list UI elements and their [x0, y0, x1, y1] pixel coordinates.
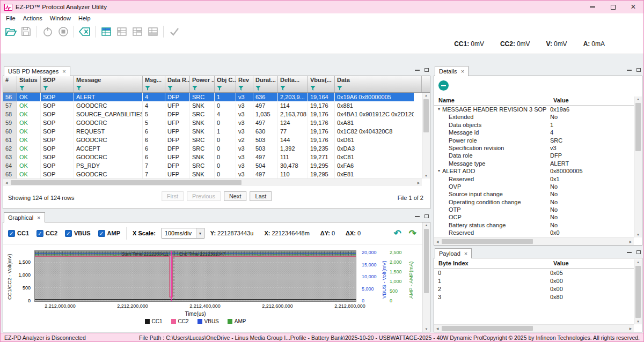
payload-vertical-scrollbar[interactable]: ▲ ▼ — [634, 259, 642, 324]
x-scale-dropdown[interactable]: 100ms/div ▼ — [162, 228, 204, 239]
menu-item-file[interactable]: File — [2, 14, 19, 22]
payload-row[interactable]: 00x05 — [434, 269, 634, 277]
scroll-down-icon[interactable]: ▼ — [634, 320, 642, 323]
page-next-button[interactable]: Next — [224, 191, 247, 201]
scroll-down-icon[interactable]: ▼ — [423, 328, 430, 331]
filter-funnel-icon[interactable] — [337, 86, 421, 92]
detail-row[interactable]: Reserved0x1 — [434, 175, 634, 183]
scrollbar-thumb[interactable] — [635, 103, 641, 151]
panel-minimize-icon[interactable] — [415, 70, 420, 71]
scroll-left-icon[interactable]: ◀ — [3, 179, 10, 186]
tab-close-icon[interactable]: × — [464, 251, 467, 256]
column-header-7[interactable]: Obj C... — [215, 76, 236, 92]
detail-row[interactable]: Power roleSRC — [434, 137, 634, 144]
detail-row[interactable]: OCPNo — [434, 213, 634, 221]
checkbox-checked-icon[interactable]: ✓ — [8, 230, 15, 237]
filter-funnel-icon[interactable] — [280, 86, 308, 92]
detail-row[interactable]: ExtendedNo — [434, 113, 634, 121]
channel-checkbox-cc2[interactable]: ✓CC2 — [36, 230, 57, 237]
channel-checkbox-vbus[interactable]: ✓VBUS — [65, 230, 91, 237]
scroll-right-icon[interactable]: ▶ — [627, 325, 634, 332]
scroll-up-icon[interactable]: ▲ — [423, 224, 430, 227]
tab-close-icon[interactable]: × — [37, 215, 40, 220]
detail-row[interactable]: Data objects1 — [434, 121, 634, 129]
tab-details[interactable]: Details × — [435, 66, 469, 76]
table-row[interactable]: 65OKSOPGOODCRC7UFPSNK0v349711019,2950xE8… — [3, 170, 414, 179]
column-header-0[interactable]: # — [3, 76, 17, 92]
table-row[interactable]: 64OKSOPPS_RDY7DFPSRC0v350430,47819,2950x… — [3, 161, 414, 170]
column-header-2[interactable]: SOP — [41, 76, 74, 92]
detail-row[interactable]: Message typeALERT — [434, 160, 634, 167]
filter-funnel-icon[interactable] — [167, 86, 189, 92]
scrollbar-thumb[interactable] — [11, 180, 241, 185]
detail-row[interactable]: Data roleDFP — [434, 152, 634, 159]
panel-maximize-icon[interactable] — [636, 68, 641, 72]
table-row[interactable]: 58OKSOPSOURCE_CAPABILITIES5DFPSRC4v31,03… — [3, 110, 414, 118]
detail-row[interactable]: Reserved0x0 — [434, 229, 634, 236]
tab-graphical[interactable]: Graphical × — [4, 212, 45, 222]
detail-row[interactable]: Source input changeNo — [434, 190, 634, 198]
minimize-button[interactable] — [582, 1, 603, 13]
detail-row[interactable]: OTPNo — [434, 206, 634, 213]
details-vertical-scrollbar[interactable]: ▲ ▼ — [634, 96, 642, 237]
clear-messages-button[interactable] — [77, 24, 92, 39]
filter-funnel-icon[interactable] — [310, 86, 334, 92]
chevron-down-icon[interactable]: ▼ — [196, 228, 204, 238]
filter-funnel-icon[interactable] — [43, 86, 74, 92]
tab-payload[interactable]: Payload × — [435, 248, 472, 258]
detail-row[interactable]: OVPNo — [434, 183, 634, 190]
table-row[interactable]: 56OKSOPALERT4DFPSRC1v36362,203,9...19,16… — [3, 93, 414, 101]
filter-funnel-icon[interactable] — [145, 86, 165, 92]
checkbox-checked-icon[interactable]: ✓ — [98, 230, 105, 237]
scroll-right-icon[interactable]: ▶ — [627, 238, 634, 245]
page-last-button[interactable]: Last — [250, 191, 272, 201]
scroll-down-icon[interactable]: ▼ — [634, 233, 642, 236]
caret-down-icon[interactable]: ▾ — [438, 106, 440, 113]
detail-row[interactable]: Operating condition changeNo — [434, 198, 634, 206]
detail-row[interactable]: Battery status changeNo — [434, 221, 634, 229]
table-view-all-button[interactable] — [99, 24, 113, 39]
column-header-8[interactable]: Rev — [236, 76, 253, 92]
messages-vertical-scrollbar[interactable]: ▲ ▼ — [422, 93, 430, 179]
column-header-6[interactable]: Power ... — [190, 76, 215, 92]
panel-minimize-icon[interactable] — [627, 70, 632, 71]
table-row[interactable]: 57OKSOPGOODCRC4UFPSNK0v349711419,1760x88… — [3, 101, 414, 110]
panel-minimize-icon[interactable] — [627, 252, 632, 253]
tab-close-icon[interactable]: × — [461, 69, 464, 74]
filter-funnel-icon[interactable] — [238, 86, 253, 92]
column-header-4[interactable]: Msg... — [143, 76, 165, 92]
apply-check-button[interactable] — [167, 24, 181, 39]
table-view-3-button[interactable] — [130, 24, 144, 39]
table-view-4-button[interactable] — [145, 24, 160, 39]
open-file-button[interactable] — [3, 24, 18, 39]
scroll-right-icon[interactable]: ▶ — [415, 179, 422, 186]
scroll-down-icon[interactable]: ▼ — [422, 174, 430, 177]
plot-area[interactable]: Start Time 2212280411 End Time 221236104… — [34, 250, 356, 302]
scroll-up-icon[interactable]: ▲ — [634, 261, 642, 264]
caret-down-icon[interactable]: ▾ — [438, 167, 440, 175]
stop-capture-button[interactable] — [56, 24, 70, 39]
scroll-left-icon[interactable]: ◀ — [434, 325, 441, 332]
panel-maximize-icon[interactable] — [425, 68, 429, 72]
collapse-all-button[interactable] — [438, 80, 449, 91]
scrollbar-thumb[interactable] — [442, 326, 533, 331]
menu-item-window[interactable]: Window — [46, 14, 75, 22]
filter-funnel-icon[interactable] — [255, 86, 277, 92]
details-horizontal-scrollbar[interactable]: ◀ ▶ — [434, 237, 634, 245]
messages-horizontal-scrollbar[interactable]: ◀ ▶ — [3, 179, 422, 186]
undo-zoom-icon[interactable]: ↶ — [394, 228, 401, 239]
menu-item-actions[interactable]: Actions — [19, 14, 46, 22]
power-button[interactable] — [40, 24, 55, 39]
channel-checkbox-cc1[interactable]: ✓CC1 — [8, 230, 29, 237]
tab-usb-pd-messages[interactable]: USB PD Messages × — [4, 66, 70, 76]
scrollbar-thumb[interactable] — [442, 239, 533, 244]
panel-maximize-icon[interactable] — [425, 214, 429, 218]
scrollbar-thumb[interactable] — [424, 229, 429, 293]
payload-row[interactable]: 10x00 — [434, 277, 634, 285]
payload-row[interactable]: 20x00 — [434, 285, 634, 293]
detail-row[interactable]: ▾MESSAGE HEADER REVISION 3 SOP0x19a6 — [434, 106, 634, 113]
payload-horizontal-scrollbar[interactable]: ◀ ▶ — [434, 324, 634, 332]
table-view-2-button[interactable] — [114, 24, 129, 39]
graphical-vertical-scrollbar[interactable]: ▲ ▼ — [422, 222, 430, 332]
detail-row[interactable]: Message id4 — [434, 129, 634, 136]
